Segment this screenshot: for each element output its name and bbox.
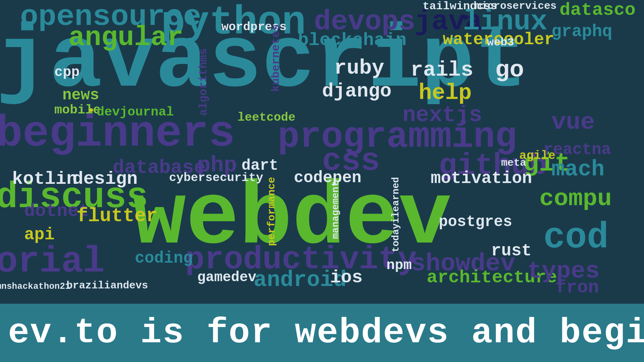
word-code: cod — [543, 217, 609, 258]
word-design: design — [72, 169, 138, 189]
word-kubernetes: kubernetes — [270, 24, 282, 92]
word-todayilearned: todayilearned — [390, 177, 401, 252]
word-motivation: motivation — [431, 169, 532, 188]
word-cpp: cpp — [54, 64, 80, 80]
word-fron: fron — [555, 278, 599, 298]
word-cloud: javascriptwebdevpythonbeginnersprogrammi… — [0, 0, 644, 304]
word-vue: vue — [551, 109, 595, 136]
word-graphq: graphq — [551, 22, 612, 41]
banner-text: ev.to is for webdevs and beginne — [8, 313, 644, 353]
word-management: management — [330, 181, 341, 239]
word-nextjs: nextjs — [402, 103, 482, 128]
word-mach: mach — [551, 157, 605, 182]
word-postgres: postgres — [439, 213, 512, 230]
word-leetcode: leetcode — [237, 111, 295, 124]
word-news: news — [62, 86, 99, 104]
word-django: django — [322, 80, 392, 102]
word-codepen: codepen — [294, 169, 361, 187]
word-npm: npm — [386, 257, 412, 274]
word-coding: coding — [135, 249, 193, 267]
bullet-devjournal: ● — [89, 105, 94, 115]
word-tutorial: orial — [0, 241, 105, 282]
word-algorithms: algorithms — [197, 48, 210, 116]
word-angular: angular — [68, 22, 184, 53]
word-rails: rails — [411, 58, 473, 82]
word-devjournal: devjournal — [97, 105, 174, 119]
word-ruby: ruby — [334, 56, 384, 80]
bullet-linux: ● — [462, 11, 469, 24]
word-mnshackathon21: mnshackathon21 — [0, 282, 70, 292]
word-reactna: reactna — [543, 141, 611, 159]
word-cybersecurity: cybersecurity — [169, 171, 263, 185]
word-performance: performance — [266, 177, 278, 246]
word-datasco: datasco — [559, 0, 636, 21]
word-ios: ios — [330, 267, 363, 288]
word-flutter: flutter — [76, 205, 158, 227]
word-help: help — [419, 80, 472, 106]
bottom-banner: ev.to is for webdevs and beginne — [0, 304, 644, 362]
word-compute: compu — [539, 185, 612, 212]
word-gamedev: gamedev — [197, 269, 256, 286]
word-microservices: microservices — [475, 0, 557, 12]
word-go: go — [495, 56, 524, 84]
word-web3: web3 — [487, 36, 514, 49]
word-blockchain: blockchain — [298, 30, 407, 51]
word-kotlin: kotlin — [12, 169, 77, 189]
